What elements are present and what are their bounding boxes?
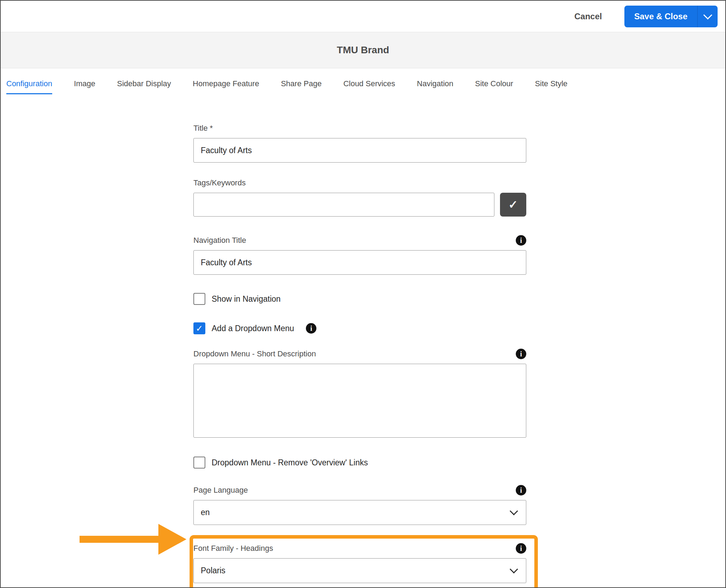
chevron-down-icon [703,11,712,19]
font-family-headings-value: Polaris [201,566,225,575]
tab-site-style[interactable]: Site Style [535,79,568,94]
tags-label: Tags/Keywords [193,178,246,187]
navigation-title-input[interactable] [193,250,526,275]
page-language-value: en [201,508,210,517]
page-language-label-row: Page Language i [193,485,526,496]
show-in-navigation-row: Show in Navigation [193,293,526,305]
tab-share-page[interactable]: Share Page [281,79,322,94]
tags-label-row: Tags/Keywords [193,177,526,189]
short-description-textarea[interactable] [193,364,526,438]
chevron-down-icon [509,565,518,573]
tags-input[interactable] [193,193,494,217]
remove-overview-links-label: Dropdown Menu - Remove 'Overview' Links [212,458,368,467]
page-language-select[interactable]: en [193,500,526,525]
navigation-title-label: Navigation Title [193,236,246,245]
tab-cloud-services[interactable]: Cloud Services [343,79,395,94]
info-icon[interactable]: i [516,543,526,554]
remove-overview-links-row: Dropdown Menu - Remove 'Overview' Links [193,457,526,469]
tags-field-row [193,193,526,217]
title-label: Title * [193,124,213,133]
navigation-title-label-row: Navigation Title i [193,235,526,246]
add-dropdown-menu-label: Add a Dropdown Menu [212,324,294,333]
info-icon[interactable]: i [306,323,316,334]
tab-site-colour[interactable]: Site Colour [475,79,513,94]
tab-sidebar-display[interactable]: Sidebar Display [117,79,171,94]
page-title: TMU Brand [337,45,389,56]
tab-bar: Configuration Image Sidebar Display Home… [1,68,725,105]
callout-arrow [80,536,159,543]
font-family-headings-label-row: Font Family - Headings i [193,543,526,554]
tab-navigation[interactable]: Navigation [417,79,453,94]
tab-configuration[interactable]: Configuration [6,79,52,94]
short-description-label: Dropdown Menu - Short Description [193,349,316,358]
font-family-highlight-box: Font Family - Headings i Polaris [190,535,538,588]
top-action-bar: Cancel Save & Close [1,1,725,32]
page-language-label: Page Language [193,486,248,495]
save-options-dropdown-button[interactable] [697,6,718,27]
info-icon[interactable]: i [516,235,526,246]
title-label-row: Title * [193,123,526,134]
configuration-form: Title * Tags/Keywords Navigation Title i… [193,123,526,588]
add-dropdown-menu-checkbox[interactable] [193,322,205,334]
dialog-title-band: TMU Brand [1,32,725,68]
show-in-navigation-checkbox[interactable] [193,293,205,305]
callout-arrow-head [158,524,186,555]
short-description-label-row: Dropdown Menu - Short Description i [193,348,526,360]
info-icon[interactable]: i [516,349,526,359]
tab-image[interactable]: Image [74,79,95,94]
info-icon[interactable]: i [516,485,526,495]
tag-picker-button[interactable] [500,193,526,217]
save-and-close-button[interactable]: Save & Close [624,6,697,27]
chevron-down-icon [509,507,518,515]
title-input[interactable] [193,138,526,163]
tab-homepage-feature[interactable]: Homepage Feature [193,79,259,94]
font-family-headings-label: Font Family - Headings [193,544,273,553]
page-properties-dialog: Cancel Save & Close TMU Brand Configurat… [0,0,726,588]
save-split-button: Save & Close [624,6,718,27]
add-dropdown-menu-row: Add a Dropdown Menu i [193,322,526,334]
show-in-navigation-label: Show in Navigation [212,294,281,304]
cancel-button[interactable]: Cancel [572,11,604,22]
font-family-headings-select[interactable]: Polaris [193,558,526,583]
remove-overview-links-checkbox[interactable] [193,457,205,469]
